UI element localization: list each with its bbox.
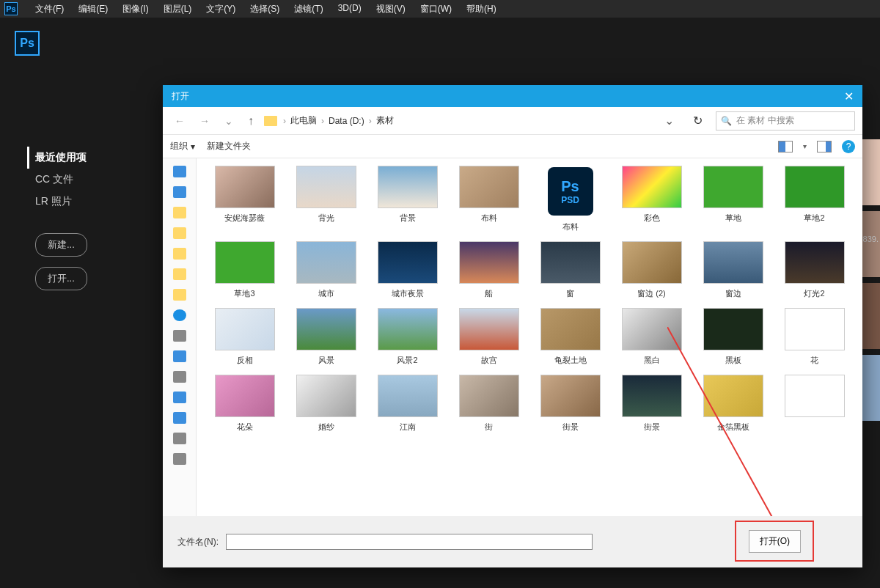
menu-item[interactable]: 编辑(E) xyxy=(71,3,115,15)
filename-input[interactable] xyxy=(226,534,593,550)
organize-button[interactable]: 组织 ▾ xyxy=(170,140,195,152)
tree-icon[interactable] xyxy=(173,186,186,198)
file-item[interactable]: 风景 xyxy=(288,308,364,366)
file-label: 花 xyxy=(810,355,818,366)
file-item[interactable]: 街景 xyxy=(614,375,689,433)
tree-icon[interactable] xyxy=(173,248,186,260)
file-thumbnail xyxy=(378,241,438,284)
menu-item[interactable]: 帮助(H) xyxy=(459,3,504,15)
menu-item[interactable]: 滤镜(T) xyxy=(287,3,330,15)
search-input[interactable]: 🔍 在 素材 中搜索 xyxy=(716,111,855,131)
file-item[interactable]: 背景 xyxy=(370,166,445,232)
forward-icon[interactable]: → xyxy=(195,115,214,127)
search-icon: 🔍 xyxy=(721,116,732,126)
tree-icon[interactable] xyxy=(173,268,186,280)
breadcrumb-item[interactable]: Data (D:) xyxy=(329,116,364,126)
file-item[interactable]: 安妮海瑟薇 xyxy=(207,166,282,232)
breadcrumb-item[interactable]: 素材 xyxy=(376,114,394,127)
file-thumbnail xyxy=(540,375,601,417)
tree-icon[interactable] xyxy=(173,412,186,424)
tree-icon[interactable] xyxy=(173,433,186,444)
menu-item[interactable]: 窗口(W) xyxy=(413,3,459,15)
file-item[interactable]: 反相 xyxy=(207,308,282,366)
file-item[interactable]: 草地 xyxy=(695,166,771,232)
tree-icon[interactable] xyxy=(173,392,186,403)
menu-item[interactable]: 视图(V) xyxy=(369,3,413,15)
tree-icon[interactable] xyxy=(173,350,186,362)
tree-icon[interactable] xyxy=(173,453,186,465)
file-item[interactable]: 花朵 xyxy=(207,375,282,433)
file-thumbnail xyxy=(296,166,356,208)
file-item[interactable]: 背光 xyxy=(288,166,364,232)
onedrive-icon[interactable] xyxy=(173,309,186,321)
file-label: 花朵 xyxy=(237,422,253,433)
file-label: 黑白 xyxy=(644,355,660,366)
sidebar-lr-photos[interactable]: LR 照片 xyxy=(35,191,87,213)
file-item[interactable]: 船 xyxy=(451,241,527,299)
file-label: 彩色 xyxy=(644,213,660,224)
file-item[interactable]: 城市 xyxy=(288,241,364,299)
menu-item[interactable]: 图像(I) xyxy=(115,3,155,15)
new-button[interactable]: 新建... xyxy=(35,233,87,257)
new-folder-button[interactable]: 新建文件夹 xyxy=(207,140,251,152)
menu-item[interactable]: 3D(D) xyxy=(331,3,369,15)
tree-icon[interactable] xyxy=(173,289,186,301)
up-icon[interactable]: ↑ xyxy=(243,114,258,128)
menu-item[interactable]: 文字(Y) xyxy=(199,3,243,15)
file-item[interactable]: 城市夜景 xyxy=(370,241,445,299)
file-item[interactable] xyxy=(777,375,852,433)
tree-icon[interactable] xyxy=(173,330,186,342)
file-grid[interactable]: 安妮海瑟薇背光背景布料PsPSD布料彩色草地草地2草地3城市城市夜景船窗窗边 (… xyxy=(197,158,862,516)
file-item[interactable]: 街景 xyxy=(532,375,608,433)
open-dialog: 打开 ✕ ← → ⌄ ↑ › 此电脑 › Data (D:) › 素材 ⌄ ↻ … xyxy=(163,85,862,567)
file-item[interactable]: 街 xyxy=(451,375,527,433)
file-label: 灯光2 xyxy=(804,288,824,299)
close-icon[interactable]: ✕ xyxy=(844,89,854,103)
tree-panel[interactable] xyxy=(163,158,197,516)
file-item[interactable]: 黑白 xyxy=(614,308,689,366)
open-button[interactable]: 打开... xyxy=(35,267,87,290)
refresh-icon[interactable]: ↻ xyxy=(686,114,710,128)
sidebar-cc-files[interactable]: CC 文件 xyxy=(35,169,87,191)
chevron-down-icon[interactable]: ▾ xyxy=(803,142,807,150)
menu-item[interactable]: 选择(S) xyxy=(243,3,287,15)
menu-item[interactable]: 文件(F) xyxy=(28,3,71,15)
file-label: 城市夜景 xyxy=(392,288,424,299)
breadcrumb-item[interactable]: 此电脑 xyxy=(290,114,317,127)
file-item[interactable]: 龟裂土地 xyxy=(532,308,608,366)
file-item[interactable]: PsPSD布料 xyxy=(532,166,608,232)
file-item[interactable]: 草地3 xyxy=(207,241,282,299)
file-item[interactable]: 金箔黑板 xyxy=(695,375,771,433)
dropdown-icon[interactable]: ⌄ xyxy=(220,115,238,127)
tree-icon[interactable] xyxy=(173,371,186,383)
menu-item[interactable]: 图层(L) xyxy=(156,3,199,15)
tree-icon[interactable] xyxy=(173,207,186,218)
back-icon[interactable]: ← xyxy=(170,115,189,127)
file-thumbnail xyxy=(459,375,519,417)
help-icon[interactable]: ? xyxy=(842,140,855,153)
tree-icon[interactable] xyxy=(173,166,186,177)
file-item[interactable]: 花 xyxy=(777,308,852,366)
view-mode-icon[interactable] xyxy=(778,141,793,152)
sidebar-recent[interactable]: 最近使用项 xyxy=(27,147,87,169)
file-item[interactable]: 故宫 xyxy=(451,308,527,366)
file-item[interactable]: 风景2 xyxy=(370,308,445,366)
toolbar-row: 组织 ▾ 新建文件夹 ▾ ? xyxy=(163,135,862,158)
file-item[interactable]: 窗边 (2) xyxy=(614,241,689,299)
breadcrumb-dropdown-icon[interactable]: ⌄ xyxy=(659,114,680,128)
file-item[interactable]: 草地2 xyxy=(777,166,852,232)
file-item[interactable]: 布料 xyxy=(451,166,527,232)
tree-icon[interactable] xyxy=(173,227,186,239)
preview-pane-icon[interactable] xyxy=(817,141,832,152)
file-item[interactable]: 彩色 xyxy=(614,166,689,232)
file-item[interactable]: 窗边 xyxy=(695,241,771,299)
file-item[interactable]: 窗 xyxy=(532,241,608,299)
file-item[interactable]: 江南 xyxy=(370,375,445,433)
file-item[interactable]: 婚纱 xyxy=(288,375,364,433)
file-thumbnail xyxy=(622,375,682,417)
file-item[interactable]: 灯光2 xyxy=(777,241,852,299)
file-item[interactable]: 黑板 xyxy=(695,308,771,366)
open-confirm-button[interactable]: 打开(O) xyxy=(749,530,801,553)
file-thumbnail: PsPSD xyxy=(540,166,601,217)
file-thumbnail xyxy=(622,308,682,350)
